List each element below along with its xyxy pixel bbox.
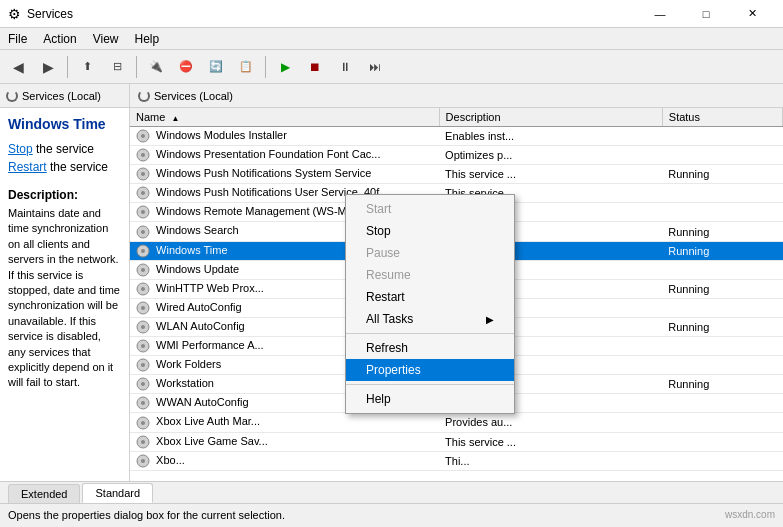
service-name-cell: Xbox Live Auth Mar... — [130, 413, 439, 432]
menu-file[interactable]: File — [0, 28, 35, 49]
col-name-label: Name — [136, 111, 165, 123]
service-status-cell — [662, 356, 782, 375]
app-icon: ⚙ — [8, 6, 21, 22]
service-icon — [136, 263, 150, 277]
service-name: Windows Presentation Foundation Font Cac… — [156, 148, 380, 160]
col-header-status[interactable]: Status — [662, 108, 782, 127]
context-menu-item-start: Start — [346, 198, 514, 220]
context-menu-item-stop[interactable]: Stop — [346, 220, 514, 242]
minimize-button[interactable]: — — [637, 0, 683, 28]
sidebar-service-name: Windows Time — [8, 116, 121, 132]
service-name-cell: Windows Presentation Foundation Font Cac… — [130, 146, 439, 165]
table-row[interactable]: Xbox Live Auth Mar... Provides au... — [130, 413, 783, 432]
tab-standard[interactable]: Standard — [82, 483, 153, 503]
col-header-name[interactable]: Name ▲ — [130, 108, 439, 127]
stop-service-button[interactable]: ⏹ — [301, 53, 329, 81]
service-icon — [136, 129, 150, 143]
table-row[interactable]: Xbo... Thi... — [130, 451, 783, 470]
service-icon — [136, 282, 150, 296]
service-name: Windows Search — [156, 224, 239, 236]
service-name: Xbox Live Game Sav... — [156, 435, 268, 447]
service-icon — [136, 416, 150, 430]
ctx-item-label: Start — [366, 202, 391, 216]
service-name: WLAN AutoConfig — [156, 320, 245, 332]
forward-button[interactable]: ▶ — [34, 53, 62, 81]
ctx-item-label: All Tasks — [366, 312, 413, 326]
service-icon — [136, 205, 150, 219]
context-menu-item-all-tasks[interactable]: All Tasks▶ — [346, 308, 514, 330]
service-icon — [136, 435, 150, 449]
svg-point-13 — [141, 249, 145, 253]
context-menu-separator — [346, 333, 514, 334]
service-status-cell — [662, 451, 782, 470]
restart-service-button[interactable]: ⏭ — [361, 53, 389, 81]
back-button[interactable]: ◀ — [4, 53, 32, 81]
col-header-description[interactable]: Description — [439, 108, 662, 127]
context-menu-item-help[interactable]: Help — [346, 388, 514, 410]
submenu-arrow: ▶ — [486, 314, 494, 325]
service-name-cell: Xbo... — [130, 451, 439, 470]
restart-service-link[interactable]: Restart — [8, 160, 47, 174]
service-name: Xbo... — [156, 454, 185, 466]
menu-help[interactable]: Help — [127, 28, 168, 49]
service-icon — [136, 396, 150, 410]
svg-point-7 — [141, 191, 145, 195]
service-name: Workstation — [156, 377, 214, 389]
context-menu-item-pause: Pause — [346, 242, 514, 264]
sidebar-description-text: Maintains date and time synchronization … — [8, 206, 121, 391]
sidebar-header: Services (Local) — [0, 84, 129, 108]
start-service-button[interactable]: ▶ — [271, 53, 299, 81]
watermark: wsxdn.com — [725, 509, 775, 520]
tab-bar: Extended Standard — [0, 481, 783, 503]
sidebar-restart-link: Restart the service — [8, 160, 121, 174]
service-status-cell: Running — [662, 375, 782, 394]
service-name: Windows Time — [156, 244, 228, 256]
menu-view[interactable]: View — [85, 28, 127, 49]
close-button[interactable]: ✕ — [729, 0, 775, 28]
show-hide-button[interactable]: ⊟ — [103, 53, 131, 81]
service-status-cell — [662, 394, 782, 413]
service-name-cell: Windows Modules Installer — [130, 127, 439, 146]
service-status-cell — [662, 184, 782, 203]
disconnect-button[interactable]: ⛔ — [172, 53, 200, 81]
main-area: Services (Local) Windows Time Stop the s… — [0, 84, 783, 481]
ctx-item-label: Refresh — [366, 341, 408, 355]
service-status-cell: Running — [662, 165, 782, 184]
stop-service-link[interactable]: Stop — [8, 142, 33, 156]
service-status-cell — [662, 203, 782, 222]
context-menu-item-refresh[interactable]: Refresh — [346, 337, 514, 359]
export-button[interactable]: 📋 — [232, 53, 260, 81]
refresh-button[interactable]: 🔄 — [202, 53, 230, 81]
table-row[interactable]: Windows Push Notifications System Servic… — [130, 165, 783, 184]
table-row[interactable]: Xbox Live Game Sav... This service ... — [130, 432, 783, 451]
context-menu-item-properties[interactable]: Properties — [346, 359, 514, 381]
sort-arrow: ▲ — [171, 114, 179, 123]
service-name: Work Folders — [156, 358, 221, 370]
service-desc-cell: This service ... — [439, 432, 662, 451]
maximize-button[interactable]: □ — [683, 0, 729, 28]
svg-point-5 — [141, 172, 145, 176]
svg-point-29 — [141, 401, 145, 405]
menu-action[interactable]: Action — [35, 28, 84, 49]
service-icon — [136, 377, 150, 391]
service-status-cell — [662, 298, 782, 317]
service-name: Xbox Live Auth Mar... — [156, 415, 260, 427]
tab-extended[interactable]: Extended — [8, 484, 80, 503]
up-button[interactable]: ⬆ — [73, 53, 101, 81]
service-icon — [136, 225, 150, 239]
content-area: Services (Local) Name ▲ Description — [130, 84, 783, 481]
service-status-cell: Running — [662, 279, 782, 298]
service-desc-cell: Provides au... — [439, 413, 662, 432]
service-status-cell — [662, 127, 782, 146]
table-row[interactable]: Windows Presentation Foundation Font Cac… — [130, 146, 783, 165]
col-status-label: Status — [669, 111, 700, 123]
service-icon — [136, 186, 150, 200]
service-icon — [136, 167, 150, 181]
context-menu-item-restart[interactable]: Restart — [346, 286, 514, 308]
table-row[interactable]: Windows Modules Installer Enables inst..… — [130, 127, 783, 146]
pause-service-button[interactable]: ⏸ — [331, 53, 359, 81]
connect-button[interactable]: 🔌 — [142, 53, 170, 81]
sidebar-description-title: Description: — [8, 188, 121, 202]
service-status-cell — [662, 260, 782, 279]
service-status-cell — [662, 432, 782, 451]
